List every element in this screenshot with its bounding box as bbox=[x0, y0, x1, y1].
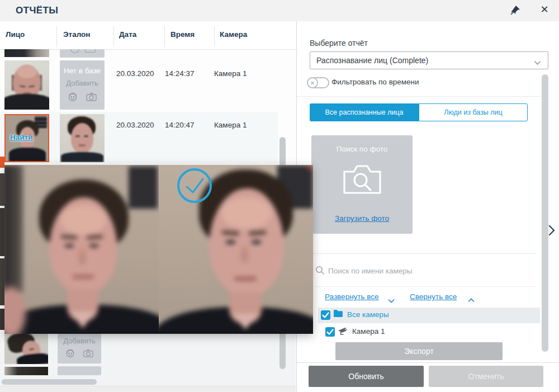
table-horizontal-scrollbar[interactable] bbox=[2, 379, 97, 385]
photo-search-title: Поиск по фото bbox=[311, 145, 413, 153]
cell-time: 14:24:37 bbox=[165, 69, 195, 78]
chevron-down-icon bbox=[534, 58, 541, 68]
cell-camera: Камера 1 bbox=[214, 69, 247, 78]
col-face: Лицо bbox=[6, 30, 25, 39]
cell-date: 20.03.2020 bbox=[116, 69, 154, 78]
cell-camera: Камера 1 bbox=[214, 121, 247, 129]
upload-photo-link[interactable]: Загрузить фото bbox=[311, 214, 413, 223]
chevron-up-icon bbox=[468, 295, 475, 305]
export-button[interactable]: Экспорт bbox=[335, 342, 503, 360]
panel-scrollbar[interactable] bbox=[542, 74, 548, 352]
face-snapshot[interactable] bbox=[4, 334, 48, 364]
hidden-row-edge bbox=[0, 258, 4, 305]
collapse-all-link[interactable]: Свернуть все bbox=[410, 292, 457, 301]
search-icon bbox=[315, 266, 325, 277]
titlebar: ОТЧЁТЫ ✕ bbox=[0, 0, 559, 22]
pin-icon[interactable] bbox=[510, 4, 521, 16]
select-report-label: Выберите отчёт bbox=[310, 39, 368, 48]
cctv-camera-icon bbox=[338, 327, 348, 338]
hidden-row-edge bbox=[0, 173, 4, 206]
panel-expand-icon[interactable] bbox=[548, 225, 555, 238]
reference-box-partial bbox=[58, 366, 101, 375]
hidden-row-edge bbox=[0, 157, 4, 168]
reference-box-partial bbox=[60, 49, 105, 58]
expand-all-link[interactable]: Развернуть все bbox=[325, 292, 379, 301]
camera-search-input[interactable] bbox=[327, 264, 508, 277]
face-snapshot-partial[interactable] bbox=[4, 49, 49, 57]
report-settings-panel: Выберите отчёт Распознавание лиц (Comple… bbox=[296, 21, 559, 392]
face-icon[interactable] bbox=[67, 91, 78, 105]
face-match-popup bbox=[4, 165, 313, 334]
cell-time: 14:20:47 bbox=[165, 121, 195, 129]
photo-camera-icon[interactable] bbox=[83, 348, 94, 361]
reference-status: Нет в базе bbox=[60, 67, 105, 75]
col-camera: Камера bbox=[220, 30, 247, 39]
face-snapshot[interactable] bbox=[4, 60, 49, 110]
add-to-base-label[interactable]: Добавить bbox=[58, 337, 101, 345]
reports-window: ОТЧЁТЫ ✕ Лицо Эталон Дата Время Камера bbox=[0, 0, 559, 392]
col-etalon: Эталон bbox=[63, 30, 91, 39]
col-date: Дата bbox=[119, 30, 136, 39]
time-filter-label: Фильтровать по времени bbox=[331, 78, 419, 86]
tree-label-all-cameras: Все камеры bbox=[347, 310, 389, 319]
report-type-value: Распознавание лиц (Complete) bbox=[316, 56, 428, 65]
hidden-row-edge bbox=[0, 208, 4, 256]
checkbox-camera-1[interactable] bbox=[325, 327, 335, 337]
time-filter-toggle[interactable]: ✕ bbox=[307, 77, 329, 88]
find-link[interactable]: Найти bbox=[10, 133, 32, 141]
face-snapshot-partial[interactable] bbox=[4, 367, 48, 375]
chevron-down-icon bbox=[388, 295, 395, 305]
reference-box: Нет в базе Добавить bbox=[60, 60, 105, 110]
reference-box: Добавить bbox=[58, 334, 101, 363]
photo-camera-icon[interactable] bbox=[86, 91, 97, 105]
folder-icon bbox=[333, 309, 343, 320]
hidden-row-edge bbox=[0, 309, 4, 330]
page-title: ОТЧЁТЫ bbox=[16, 5, 58, 16]
photo-search-dropzone[interactable]: Поиск по фото Загрузить фото bbox=[311, 135, 413, 234]
face-snapshot-highlighted[interactable]: Найти bbox=[4, 114, 49, 162]
reference-photo[interactable] bbox=[60, 114, 105, 162]
close-icon[interactable]: ✕ bbox=[538, 3, 551, 16]
table-header: Лицо Эталон Дата Время Камера bbox=[0, 21, 296, 50]
matched-face-snapshot bbox=[4, 165, 159, 334]
camera-search-icon bbox=[343, 163, 382, 198]
report-type-dropdown[interactable]: Распознавание лиц (Complete) bbox=[310, 51, 548, 69]
face-icon[interactable] bbox=[65, 348, 75, 361]
tab-all-recognized-faces[interactable]: Все распознанные лица bbox=[310, 103, 419, 121]
checkbox-all-cameras[interactable] bbox=[321, 310, 330, 320]
cell-date: 20.03.2020 bbox=[116, 121, 154, 129]
refresh-button[interactable]: Обновить bbox=[309, 366, 424, 387]
col-time: Время bbox=[170, 30, 195, 39]
add-to-base-label[interactable]: Добавить bbox=[60, 79, 105, 87]
cancel-button[interactable]: Отменить bbox=[429, 366, 543, 387]
tree-label-camera-1: Камера 1 bbox=[352, 327, 385, 336]
tab-people-from-face-db[interactable]: Люди из базы лиц bbox=[419, 103, 528, 121]
toggle-off-icon: ✕ bbox=[307, 77, 318, 88]
match-success-icon bbox=[177, 168, 212, 203]
